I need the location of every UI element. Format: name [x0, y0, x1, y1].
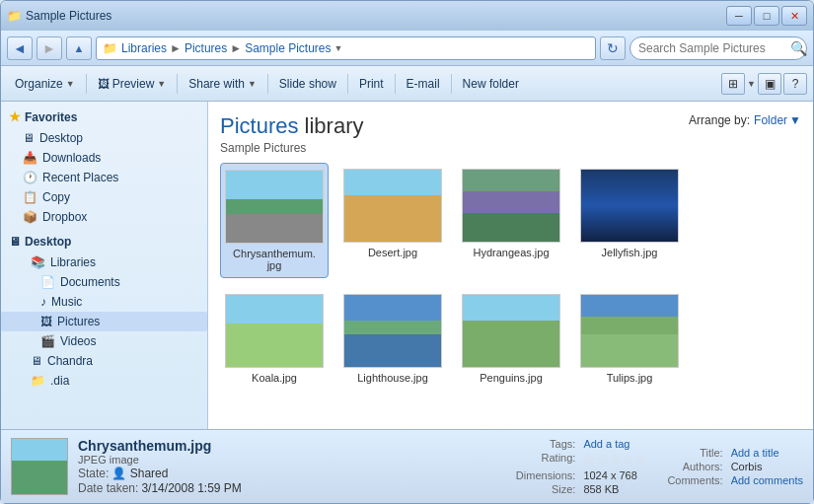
- breadcrumb-pictures[interactable]: Pictures: [185, 41, 227, 55]
- status-bar: Chrysanthemum.jpg JPEG image State: 👤 Sh…: [1, 429, 813, 503]
- title-value[interactable]: Add a title: [731, 447, 803, 459]
- sidebar-item-videos[interactable]: 🎬 Videos: [1, 331, 207, 351]
- preview-icon: 🖼: [98, 77, 110, 91]
- file-item-hydrangeas[interactable]: Hydrangeas.jpg: [457, 163, 565, 278]
- organize-button[interactable]: Organize ▼: [7, 73, 83, 95]
- favorites-header[interactable]: ★ Favorites: [1, 106, 207, 128]
- file-thumb-koala: [225, 294, 324, 368]
- file-name-chrysanthemum: Chrysanthemum.jpg: [233, 248, 316, 271]
- breadcrumb-sample-pictures[interactable]: Sample Pictures: [245, 41, 331, 55]
- dimensions-value: 1024 x 768: [583, 469, 647, 481]
- title-bar-controls: ─ □ ✕: [726, 6, 807, 26]
- breadcrumb-libraries[interactable]: Libraries: [121, 41, 167, 55]
- search-icon[interactable]: 🔍: [790, 40, 807, 56]
- sidebar-item-videos-label: Videos: [60, 334, 96, 348]
- preview-label: Preview: [112, 77, 155, 91]
- refresh-button[interactable]: ↻: [600, 36, 626, 60]
- sidebar-item-pictures-label: Pictures: [57, 315, 100, 328]
- content-area: Pictures library Sample Pictures Arrange…: [208, 102, 813, 429]
- help-button[interactable]: ?: [783, 73, 807, 95]
- music-icon: ♪: [40, 295, 46, 309]
- file-thumb-penguins: [462, 294, 560, 368]
- file-item-koala[interactable]: Koala.jpg: [220, 288, 329, 390]
- view-toggle-button[interactable]: ⊞: [721, 73, 745, 95]
- file-thumb-desert: [343, 169, 442, 243]
- sidebar-item-downloads-label: Downloads: [42, 151, 101, 165]
- sidebar-item-dropbox[interactable]: 📦 Dropbox: [1, 207, 207, 227]
- share-chevron: ▼: [248, 79, 257, 89]
- desktop-icon: 🖥: [23, 131, 35, 145]
- videos-icon: 🎬: [40, 334, 55, 348]
- forward-button[interactable]: ►: [37, 36, 62, 60]
- favorites-section: ★ Favorites 🖥 Desktop 📥 Downloads 🕐 Rece…: [1, 106, 207, 227]
- file-name-koala: Koala.jpg: [252, 372, 297, 384]
- print-button[interactable]: Print: [351, 73, 392, 95]
- state-icon: 👤: [111, 467, 129, 480]
- desktop-header[interactable]: 🖥 Desktop: [1, 231, 207, 252]
- view-chevron[interactable]: ▼: [747, 79, 756, 89]
- file-item-chrysanthemum[interactable]: Chrysanthemum.jpg: [220, 163, 329, 278]
- sidebar-item-documents-label: Documents: [60, 275, 120, 289]
- address-bar: ◄ ► ▲ 📁 Libraries ► Pictures ► Sample Pi…: [1, 31, 813, 66]
- sidebar-item-chandra-label: Chandra: [47, 354, 93, 368]
- title-bar-left: 📁 Sample Pictures: [7, 9, 111, 23]
- date-label: Date taken:: [78, 481, 138, 495]
- file-item-jellyfish[interactable]: Jellyfish.jpg: [575, 163, 684, 278]
- pictures-icon: 🖼: [40, 315, 52, 328]
- slide-show-button[interactable]: Slide show: [271, 73, 344, 95]
- tags-value[interactable]: Add a tag: [583, 438, 647, 450]
- new-folder-button[interactable]: New folder: [455, 73, 527, 95]
- recent-places-icon: 🕐: [23, 171, 37, 184]
- share-with-label: Share with: [188, 77, 245, 91]
- favorites-label: Favorites: [25, 110, 77, 124]
- file-name-hydrangeas: Hydrangeas.jpg: [473, 247, 549, 258]
- maximize-button[interactable]: □: [754, 6, 779, 26]
- status-state-row: State: 👤 Shared: [78, 467, 496, 480]
- sidebar-item-copy[interactable]: 📋 Copy: [1, 187, 207, 207]
- sidebar-item-downloads[interactable]: 📥 Downloads: [1, 148, 207, 168]
- arrange-by-control: Arrange by: Folder ▼: [689, 113, 801, 127]
- close-button[interactable]: ✕: [781, 6, 807, 26]
- file-name-desert: Desert.jpg: [368, 247, 417, 258]
- tags-label: Tags:: [516, 438, 576, 450]
- new-folder-label: New folder: [463, 77, 519, 91]
- toolbar-sep-3: [267, 74, 268, 94]
- sidebar-item-dia-label: .dia: [50, 374, 69, 388]
- window-title: Sample Pictures: [26, 9, 111, 23]
- sidebar-item-dia[interactable]: 📁 .dia: [1, 371, 207, 391]
- authors-label: Authors:: [667, 461, 722, 472]
- sidebar-item-libraries[interactable]: 📚 Libraries: [1, 252, 207, 272]
- folder-icon-address: 📁: [103, 41, 117, 55]
- sidebar-item-documents[interactable]: 📄 Documents: [1, 272, 207, 292]
- file-item-lighthouse[interactable]: Lighthouse.jpg: [338, 288, 447, 390]
- search-input[interactable]: [638, 41, 786, 55]
- file-item-tulips[interactable]: Tulips.jpg: [575, 288, 684, 390]
- sidebar-item-desktop[interactable]: 🖥 Desktop: [1, 128, 207, 148]
- preview-pane-button[interactable]: ▣: [758, 73, 781, 95]
- up-button[interactable]: ▲: [66, 36, 92, 60]
- dia-icon: 📁: [31, 374, 45, 388]
- favorites-star-icon: ★: [9, 109, 21, 124]
- back-button[interactable]: ◄: [7, 36, 33, 60]
- comments-value[interactable]: Add comments: [731, 474, 803, 486]
- address-box[interactable]: 📁 Libraries ► Pictures ► Sample Pictures…: [96, 36, 596, 60]
- sidebar-item-chandra[interactable]: 🖥 Chandra: [1, 351, 207, 371]
- organize-chevron: ▼: [66, 79, 75, 89]
- sidebar-item-music[interactable]: ♪ Music: [1, 292, 207, 312]
- arrange-by-label: Arrange by:: [689, 113, 750, 127]
- minimize-button[interactable]: ─: [726, 6, 752, 26]
- share-with-button[interactable]: Share with ▼: [181, 73, 264, 95]
- rating-stars[interactable]: ☆☆☆☆☆: [583, 452, 647, 468]
- window-icon: 📁: [7, 9, 22, 23]
- sidebar-item-pictures[interactable]: 🖼 Pictures: [1, 312, 207, 331]
- file-item-penguins[interactable]: Penguins.jpg: [457, 288, 565, 390]
- library-suffix: library: [298, 113, 363, 138]
- main-area: ★ Favorites 🖥 Desktop 📥 Downloads 🕐 Rece…: [1, 102, 813, 429]
- files-grid: Chrysanthemum.jpg Desert.jpg Hydrangeas.…: [220, 163, 801, 390]
- file-name-penguins: Penguins.jpg: [480, 372, 543, 384]
- sidebar-item-recent-places[interactable]: 🕐 Recent Places: [1, 168, 207, 187]
- arrange-by-value[interactable]: Folder ▼: [754, 113, 801, 127]
- file-item-desert[interactable]: Desert.jpg: [338, 163, 447, 278]
- preview-button[interactable]: 🖼 Preview ▼: [90, 73, 175, 95]
- email-button[interactable]: E-mail: [399, 73, 448, 95]
